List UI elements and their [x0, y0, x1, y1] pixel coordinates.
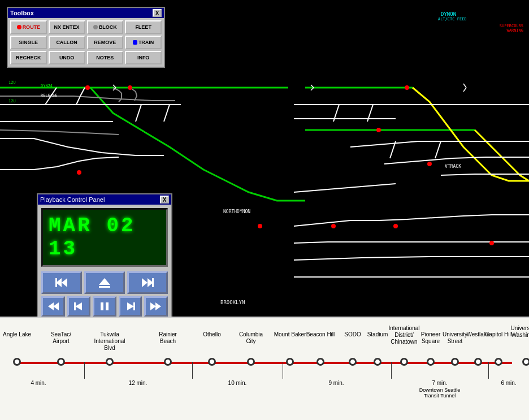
station-label-othello: Othello	[197, 331, 228, 338]
playback-time-display: MAR 02 13	[49, 214, 161, 261]
toolbox-panel: Toolbox X ROUTE NX ENTEX BLOCK FLEET SIN…	[7, 7, 165, 68]
station-label-seatac: SeaTac/ Airport	[46, 331, 77, 345]
duration-12min: 12 min.	[129, 380, 148, 386]
block-button[interactable]: BLOCK	[87, 20, 124, 34]
rewind-all-button[interactable]	[41, 271, 82, 294]
svg-marker-25	[48, 302, 54, 310]
playback-controls-top	[41, 271, 168, 294]
train-button[interactable]: TRAIN	[125, 36, 162, 49]
duration-6min: 6 min.	[501, 380, 516, 386]
svg-point-10	[489, 241, 494, 245]
playback-display: MAR 02 13	[41, 208, 168, 267]
duration-4min: 4 min.	[31, 380, 46, 386]
svg-point-6	[427, 162, 432, 166]
playback-controls-bottom	[41, 296, 168, 317]
label-12u: 12U	[8, 80, 16, 85]
svg-point-3	[77, 170, 81, 175]
station-label-columbia-city: Columbia City	[234, 331, 268, 345]
svg-rect-24	[152, 278, 154, 287]
remove-button[interactable]: REMOVE	[87, 36, 124, 49]
svg-rect-28	[74, 302, 76, 310]
playback-titlebar: Playback Control Panel X	[38, 194, 171, 205]
station-label-angle-lake: Angle Lake	[2, 331, 33, 338]
station-label-uw: University of Washington	[508, 325, 530, 339]
svg-marker-26	[53, 302, 59, 310]
brooklyn-label: BROOKLYN	[220, 300, 245, 305]
svg-point-4	[405, 85, 409, 90]
label-12u2: 12U	[8, 99, 16, 103]
svg-rect-19	[55, 278, 57, 287]
svg-marker-33	[150, 302, 156, 310]
svg-point-7	[258, 224, 262, 228]
svg-rect-30	[106, 302, 109, 310]
playback-panel: Playback Control Panel X MAR 02 13	[37, 193, 172, 317]
toolbox-titlebar: Toolbox X	[8, 8, 164, 18]
notes-button[interactable]: NOTES	[87, 51, 124, 64]
svg-point-5	[376, 128, 381, 132]
svg-rect-32	[133, 302, 135, 310]
playback-title: Playback Control Panel	[40, 196, 105, 203]
playback-close-button[interactable]: X	[160, 196, 169, 203]
prev-fast-button[interactable]	[41, 296, 65, 317]
transit-line	[17, 362, 512, 364]
station-label-rainier-beach: Rainier Beach	[151, 331, 185, 345]
playback-body: MAR 02 13	[38, 205, 171, 317]
separator-4	[391, 362, 392, 379]
duration-7min: 7 min.	[432, 380, 447, 386]
station-label-tukwila: Tukwila International Blvd	[92, 331, 128, 352]
separator-1	[84, 362, 85, 379]
entex-button[interactable]: NX ENTEX	[49, 20, 85, 34]
next-fast-button[interactable]	[144, 296, 168, 317]
eject-button[interactable]	[84, 271, 125, 294]
separator-3	[283, 362, 283, 379]
svg-rect-29	[101, 302, 103, 310]
next-button[interactable]	[119, 296, 142, 317]
svg-point-9	[393, 224, 398, 228]
northdynon-label: NORTHDYNON	[223, 209, 250, 214]
dynon-label: DYNON	[441, 11, 456, 17]
label-dyn24a: DYN24	[41, 84, 53, 88]
route-button[interactable]: ROUTE	[10, 20, 47, 34]
toolbox-title: Toolbox	[10, 10, 34, 16]
prev-button[interactable]	[67, 296, 91, 317]
svg-marker-22	[142, 278, 148, 287]
svg-marker-20	[99, 278, 110, 285]
vtrack-label: VTRACK	[445, 164, 461, 169]
callon-button[interactable]: CALLON	[49, 36, 85, 49]
toolbox-grid: ROUTE NX ENTEX BLOCK FLEET SINGLE CALLON…	[8, 18, 164, 67]
map-section: DYNON ALT/CTC FEED SUPERCOURSWARNING 12U…	[0, 0, 529, 317]
duration-10min: 10 min.	[228, 380, 247, 386]
single-button[interactable]: SINGLE	[10, 36, 47, 49]
transit-map-section: Angle Lake SeaTac/ Airport Tukwila Inter…	[0, 317, 529, 420]
separator-5	[488, 362, 489, 379]
undo-button[interactable]: UNDO	[49, 51, 85, 64]
svg-rect-21	[99, 286, 110, 288]
fleet-button[interactable]: FLEET	[125, 20, 162, 34]
duration-9min: 9 min.	[328, 380, 344, 386]
svg-point-2	[128, 85, 132, 90]
transit-line-container: Angle Lake SeaTac/ Airport Tukwila Inter…	[0, 318, 529, 420]
altctc-label: ALT/CTC FEED	[438, 17, 467, 21]
station-label-sodo: SODO	[339, 331, 367, 338]
svg-marker-27	[75, 302, 82, 310]
svg-marker-31	[127, 302, 134, 310]
label-release: RELEASE	[41, 93, 58, 98]
fast-forward-all-button[interactable]	[127, 271, 168, 294]
pause-button[interactable]	[93, 296, 116, 317]
info-button[interactable]: INFO	[125, 51, 162, 64]
station-label-mount-baker: Mount Baker	[273, 331, 307, 338]
supercours-label: SUPERCOURSWARNING	[500, 24, 523, 33]
separator-2	[192, 362, 193, 379]
svg-marker-18	[62, 278, 67, 287]
svg-point-1	[85, 85, 90, 90]
svg-marker-34	[155, 302, 161, 310]
station-label-beacon-hill: Beacon Hill	[305, 331, 336, 338]
toolbox-close-button[interactable]: X	[153, 9, 162, 17]
tunnel-label: Downtown SeattleTransit Tunnel	[419, 387, 461, 399]
recheck-button[interactable]: RECHECK	[10, 51, 47, 64]
svg-point-8	[331, 224, 336, 228]
